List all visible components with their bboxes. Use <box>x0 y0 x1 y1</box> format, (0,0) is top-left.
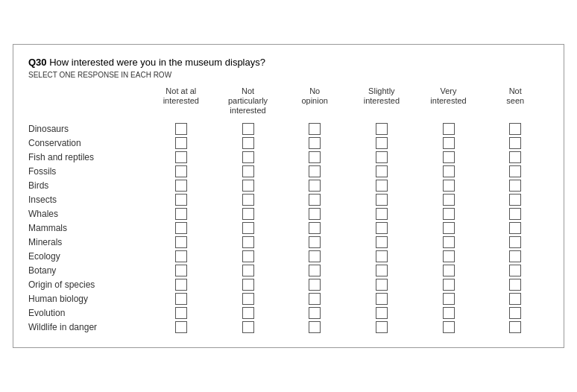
checkbox-row7-col1[interactable] <box>242 222 254 234</box>
checkbox-row10-col1[interactable] <box>242 265 254 276</box>
checkbox-row10-col0[interactable] <box>175 265 187 276</box>
checkbox-row6-col4[interactable] <box>443 208 455 220</box>
checkbox-row1-col1[interactable] <box>242 137 254 149</box>
checkbox-row14-col1[interactable] <box>242 321 254 333</box>
checkbox-row4-col0[interactable] <box>175 180 187 192</box>
row-checkboxes <box>148 279 549 291</box>
checkbox-row5-col5[interactable] <box>509 194 521 206</box>
checkbox-row6-col2[interactable] <box>309 208 321 220</box>
checkbox-row3-col1[interactable] <box>242 165 254 177</box>
checkbox-row14-col0[interactable] <box>175 321 187 333</box>
checkbox-row8-col0[interactable] <box>175 236 187 248</box>
checkbox-row0-col3[interactable] <box>376 123 388 135</box>
checkbox-row13-col4[interactable] <box>443 307 455 319</box>
checkbox-row5-col0[interactable] <box>175 194 187 206</box>
checkbox-row7-col4[interactable] <box>443 222 455 234</box>
checkbox-row13-col0[interactable] <box>175 307 187 319</box>
checkbox-row10-col5[interactable] <box>509 265 521 276</box>
checkbox-row9-col0[interactable] <box>175 250 187 262</box>
row-label: Insects <box>28 195 148 205</box>
checkbox-row10-col2[interactable] <box>309 265 321 276</box>
checkbox-row6-col0[interactable] <box>175 208 187 220</box>
checkbox-row11-col1[interactable] <box>242 279 254 291</box>
checkbox-row8-col1[interactable] <box>242 236 254 248</box>
checkbox-cell <box>281 151 348 163</box>
checkbox-row12-col3[interactable] <box>376 293 388 305</box>
checkbox-row6-col3[interactable] <box>376 208 388 220</box>
checkbox-row5-col4[interactable] <box>443 194 455 206</box>
checkbox-row2-col3[interactable] <box>376 151 388 163</box>
checkbox-row9-col3[interactable] <box>376 250 388 262</box>
checkbox-row4-col4[interactable] <box>443 180 455 192</box>
checkbox-row4-col3[interactable] <box>376 180 388 192</box>
row-label: Evolution <box>28 308 148 318</box>
checkbox-row6-col5[interactable] <box>509 208 521 220</box>
checkbox-row11-col4[interactable] <box>443 279 455 291</box>
checkbox-row14-col4[interactable] <box>443 321 455 333</box>
checkbox-row9-col2[interactable] <box>309 250 321 262</box>
rows-container: DinosaursConservationFish and reptilesFo… <box>28 123 549 333</box>
checkbox-row8-col2[interactable] <box>309 236 321 248</box>
checkbox-cell <box>348 222 415 234</box>
checkbox-row11-col0[interactable] <box>175 279 187 291</box>
checkbox-row14-col2[interactable] <box>309 321 321 333</box>
checkbox-row3-col2[interactable] <box>309 165 321 177</box>
checkbox-row4-col1[interactable] <box>242 180 254 192</box>
checkbox-row0-col5[interactable] <box>509 123 521 135</box>
checkbox-row0-col1[interactable] <box>242 123 254 135</box>
checkbox-row2-col2[interactable] <box>309 151 321 163</box>
checkbox-row3-col0[interactable] <box>175 165 187 177</box>
checkbox-row10-col3[interactable] <box>376 265 388 276</box>
checkbox-row2-col1[interactable] <box>242 151 254 163</box>
checkbox-row8-col4[interactable] <box>443 236 455 248</box>
checkbox-row7-col3[interactable] <box>376 222 388 234</box>
checkbox-row2-col0[interactable] <box>175 151 187 163</box>
checkbox-row12-col2[interactable] <box>309 293 321 305</box>
table-row: Insects <box>28 194 549 206</box>
checkbox-row8-col5[interactable] <box>509 236 521 248</box>
checkbox-row0-col2[interactable] <box>309 123 321 135</box>
checkbox-row2-col5[interactable] <box>509 151 521 163</box>
checkbox-row2-col4[interactable] <box>443 151 455 163</box>
checkbox-row11-col5[interactable] <box>509 279 521 291</box>
checkbox-row3-col5[interactable] <box>509 165 521 177</box>
checkbox-row1-col4[interactable] <box>443 137 455 149</box>
checkbox-row8-col3[interactable] <box>376 236 388 248</box>
checkbox-row11-col2[interactable] <box>309 279 321 291</box>
checkbox-row4-col5[interactable] <box>509 180 521 192</box>
checkbox-row0-col0[interactable] <box>175 123 187 135</box>
checkbox-row14-col5[interactable] <box>509 321 521 333</box>
checkbox-row9-col1[interactable] <box>242 250 254 262</box>
checkbox-row12-col1[interactable] <box>242 293 254 305</box>
checkbox-row9-col4[interactable] <box>443 250 455 262</box>
checkbox-row11-col3[interactable] <box>376 279 388 291</box>
checkbox-row4-col2[interactable] <box>309 180 321 192</box>
checkbox-row1-col3[interactable] <box>376 137 388 149</box>
checkbox-row13-col3[interactable] <box>376 307 388 319</box>
checkbox-row9-col5[interactable] <box>509 250 521 262</box>
checkbox-row13-col2[interactable] <box>309 307 321 319</box>
checkbox-row3-col4[interactable] <box>443 165 455 177</box>
checkbox-row12-col4[interactable] <box>443 293 455 305</box>
checkbox-row0-col4[interactable] <box>443 123 455 135</box>
checkbox-row12-col5[interactable] <box>509 293 521 305</box>
checkbox-cell <box>348 151 415 163</box>
checkbox-row7-col0[interactable] <box>175 222 187 234</box>
checkbox-row1-col0[interactable] <box>175 137 187 149</box>
checkbox-row7-col2[interactable] <box>309 222 321 234</box>
checkbox-row5-col2[interactable] <box>309 194 321 206</box>
checkbox-cell <box>148 151 215 163</box>
checkbox-row13-col5[interactable] <box>509 307 521 319</box>
checkbox-row1-col5[interactable] <box>509 137 521 149</box>
checkbox-row5-col3[interactable] <box>376 194 388 206</box>
checkbox-row14-col3[interactable] <box>376 321 388 333</box>
checkbox-row3-col3[interactable] <box>376 165 388 177</box>
checkbox-row6-col1[interactable] <box>242 208 254 220</box>
checkbox-cell <box>415 307 482 319</box>
checkbox-row13-col1[interactable] <box>242 307 254 319</box>
checkbox-row7-col5[interactable] <box>509 222 521 234</box>
checkbox-row1-col2[interactable] <box>309 137 321 149</box>
checkbox-row12-col0[interactable] <box>175 293 187 305</box>
checkbox-row5-col1[interactable] <box>242 194 254 206</box>
checkbox-row10-col4[interactable] <box>443 265 455 276</box>
